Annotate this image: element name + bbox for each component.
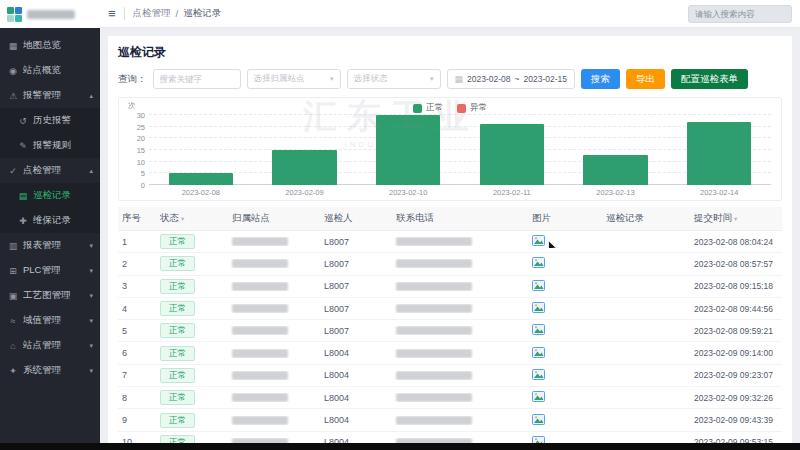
- station-cell: [228, 282, 320, 291]
- column-header-inspector: 巡检人: [320, 212, 392, 225]
- phone-cell: [392, 349, 528, 358]
- status-select[interactable]: 选择状态 ▾: [347, 69, 441, 89]
- config-inspection-form-button[interactable]: 配置巡检表单: [671, 69, 748, 89]
- station-redacted: [232, 349, 288, 358]
- x-tick-label: 2023-02-11: [460, 185, 564, 197]
- submit-time-cell: 2023-02-09 09:32:26: [690, 393, 782, 403]
- table-row: 8正常L80042023-02-09 09:32:26: [118, 387, 782, 409]
- row-index-cell: 1: [118, 237, 156, 247]
- legend-item-正常[interactable]: 正常: [413, 102, 443, 114]
- station-select[interactable]: 选择归属站点 ▾: [247, 69, 341, 89]
- sidebar-item-inspection-records[interactable]: ▤巡检记录: [0, 183, 100, 208]
- bar-2023-02-13[interactable]: [583, 155, 647, 185]
- chart-plot: 0510152025302023-02-082023-02-092023-02-…: [149, 115, 771, 185]
- image-thumbnail-icon[interactable]: [532, 327, 545, 337]
- sidebar-item-site-overview[interactable]: ◉站点概览: [0, 58, 100, 83]
- phone-redacted: [396, 237, 472, 246]
- submit-time-cell: 2023-02-08 09:15:18: [690, 281, 782, 291]
- x-tick-label: 2023-02-09: [253, 185, 357, 197]
- sidebar-item-label: 历史报警: [33, 114, 71, 127]
- date-end: 2023-02-15: [523, 74, 566, 84]
- legend-item-异常[interactable]: 异常: [457, 102, 487, 114]
- sidebar-item-alarm-rules[interactable]: ✎报警规则: [0, 133, 100, 158]
- station-cell: [228, 349, 320, 358]
- status-cell: 正常: [156, 301, 228, 316]
- sidebar-item-map-overview[interactable]: ▦地图总览: [0, 33, 100, 58]
- x-axis-labels: 2023-02-082023-02-092023-02-102023-02-11…: [149, 185, 771, 197]
- sidebar-item-plc-management[interactable]: ⊞PLC管理▾: [0, 258, 100, 283]
- keyword-input[interactable]: [153, 69, 241, 89]
- station-cell: [228, 416, 320, 425]
- sidebar-item-threshold-management[interactable]: ≈域值管理▾: [0, 308, 100, 333]
- sidebar-item-report-management[interactable]: ▥报表管理▾: [0, 233, 100, 258]
- row-index-cell: 4: [118, 304, 156, 314]
- bar-2023-02-11[interactable]: [480, 124, 544, 185]
- image-thumbnail-icon[interactable]: [532, 394, 545, 404]
- phone-redacted: [396, 393, 472, 402]
- image-thumbnail-icon[interactable]: [532, 283, 545, 293]
- sidebar-item-inspection-management[interactable]: ✓点检管理▴: [0, 158, 100, 183]
- chevron-down-icon: ▾: [89, 242, 93, 250]
- sidebar-item-alarm-management[interactable]: ⚠报警管理▴: [0, 83, 100, 108]
- column-header-submit-time[interactable]: 提交时间▾: [690, 212, 782, 225]
- image-thumbnail-icon[interactable]: [532, 350, 545, 360]
- station-redacted: [232, 259, 288, 268]
- column-header-record: 巡检记录: [602, 212, 690, 225]
- row-index-cell: 3: [118, 281, 156, 291]
- site-overview-icon: ◉: [7, 66, 19, 76]
- image-thumbnail-icon[interactable]: [532, 372, 545, 382]
- search-button[interactable]: 搜索: [581, 69, 620, 89]
- status-badge: 正常: [160, 413, 195, 428]
- sidebar-item-maintenance-records[interactable]: ✚维保记录: [0, 208, 100, 233]
- status-cell: 正常: [156, 368, 228, 383]
- export-button[interactable]: 导出: [626, 69, 665, 89]
- y-tick-label: 0: [141, 181, 145, 190]
- sidebar-collapse-icon[interactable]: ≡: [108, 7, 116, 20]
- status-cell: 正常: [156, 256, 228, 271]
- image-thumbnail-icon[interactable]: [532, 260, 545, 270]
- inspector-cell: L8007: [320, 304, 392, 314]
- chevron-down-icon: ▾: [430, 75, 434, 83]
- sidebar-item-process-diagram-management[interactable]: ▣工艺图管理▾: [0, 283, 100, 308]
- image-cell: [528, 324, 602, 337]
- bar-2023-02-08[interactable]: [169, 173, 233, 185]
- bar-2023-02-14[interactable]: [687, 122, 751, 185]
- chart-bars: [149, 115, 771, 185]
- table-row: 2正常L80072023-02-08 08:57:57: [118, 253, 782, 275]
- status-badge: 正常: [160, 234, 195, 249]
- table-body: 1正常L80072023-02-08 08:04:242正常L80072023-…: [118, 231, 782, 443]
- bar-2023-02-09[interactable]: [272, 150, 336, 185]
- status-cell: 正常: [156, 435, 228, 443]
- sidebar-item-station-management[interactable]: ⌂站点管理▾: [0, 333, 100, 358]
- query-label: 查询：: [118, 73, 147, 86]
- breadcrumb-item[interactable]: 点检管理: [133, 7, 171, 20]
- column-label: 提交时间: [694, 212, 732, 223]
- records-table: 序号状态▾归属站点巡检人联系电话图片巡检记录提交时间▾ 1正常L80072023…: [118, 207, 782, 443]
- alarm-management-icon: ⚠: [7, 91, 19, 101]
- image-thumbnail-icon[interactable]: [532, 305, 545, 315]
- chart-slot: [356, 115, 460, 185]
- inspector-cell: L8004: [320, 370, 392, 380]
- row-index-cell: 7: [118, 370, 156, 380]
- sidebar-item-label: 站点管理: [23, 339, 61, 352]
- x-tick-label: 2023-02-14: [667, 185, 771, 197]
- bar-2023-02-10[interactable]: [376, 115, 440, 185]
- sidebar-item-system-management[interactable]: ✦系统管理▾: [0, 358, 100, 383]
- global-search-input[interactable]: [688, 5, 792, 23]
- table-row: 10正常L80042023-02-09 09:53:15: [118, 432, 782, 443]
- sidebar-item-history-alarm[interactable]: ↺历史报警: [0, 108, 100, 133]
- column-header-status[interactable]: 状态▾: [156, 212, 228, 225]
- date-range-picker[interactable]: ▦ 2023-02-08 ~ 2023-02-15: [447, 69, 575, 89]
- chart-slot: [460, 115, 564, 185]
- breadcrumb-current: 巡检记录: [183, 7, 221, 20]
- column-header-image: 图片: [528, 212, 602, 225]
- logo-text-redacted: [27, 10, 75, 19]
- image-cell: [528, 391, 602, 404]
- image-thumbnail-icon[interactable]: [532, 238, 545, 248]
- legend-swatch: [457, 104, 466, 113]
- column-label: 序号: [122, 212, 141, 223]
- image-thumbnail-icon[interactable]: [532, 417, 545, 427]
- image-cell: [528, 436, 602, 443]
- y-tick-label: 10: [137, 157, 145, 166]
- legend-label: 异常: [470, 102, 487, 114]
